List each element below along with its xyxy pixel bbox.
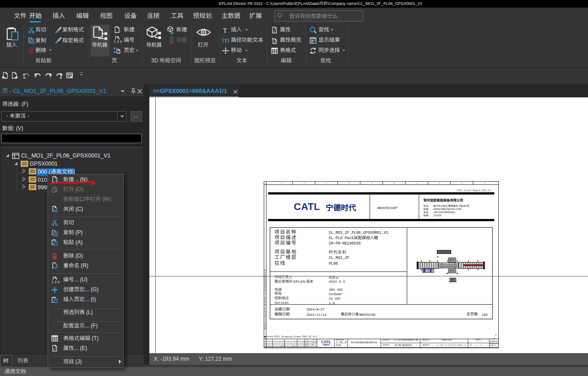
svg-text:6AAA1: 6AAA1	[475, 339, 481, 341]
svg-text::: :	[389, 344, 390, 346]
svg-text:(L): (L)	[85, 309, 93, 315]
svg-text:==GPSX0001=000&AAA1/1: ==GPSX0001=000&AAA1/1	[153, 87, 227, 94]
svg-text:(J): (J)	[74, 359, 82, 365]
svg-text:CATL: CATL	[294, 201, 320, 212]
svg-text:+: +	[396, 205, 398, 210]
svg-text:CL_MO1_2F_PL06_GPSX0001_V1: CL_MO1_2F_PL06_GPSX0001_V1	[437, 344, 466, 346]
svg-text:Version: Version	[274, 301, 289, 305]
svg-text:... (G): ... (G)	[85, 286, 99, 293]
svg-text:MENTECHS: MENTECHS	[359, 313, 376, 317]
svg-text:CL_MO1_2F: CL_MO1_2F	[329, 256, 349, 260]
svg-text:213100: 213100	[433, 214, 441, 217]
svg-text:1 2 3: 1 2 3	[114, 39, 122, 44]
svg-text:CATL_Cover Page1_P26_V1: CATL_Cover Page1_P26_V1	[457, 189, 491, 192]
svg-text:...: ...	[134, 113, 138, 119]
svg-text:-: -	[312, 346, 313, 348]
svg-text:-: -	[26, 113, 29, 119]
svg-text:1 / 12: 1 / 12	[475, 344, 483, 346]
svg-text:===k/CATL_Drawing_Frame_PN1_V2: ===k/CATL_Drawing_Frame_PN1_V2.fnl	[267, 335, 317, 338]
svg-text:195: 195	[482, 313, 488, 317]
svg-text:(P): (P)	[74, 229, 83, 236]
svg-text:5x35mm²: 5x35mm²	[329, 293, 343, 296]
svg-text:2024/11/12: 2024/11/12	[306, 313, 327, 317]
svg-text:GPSX0001: GPSX0001	[30, 161, 58, 167]
svg-text:2024/5/9: 2024/5/9	[312, 339, 318, 341]
svg-text:... (I): ... (I)	[85, 296, 96, 302]
svg-text:\Company name\CL_MO1_2F_PL06_G: \Company name\CL_MO1_2F_PL06_GPSX0001_V1	[327, 1, 422, 6]
svg-text:CL_MO1_2F_PL06_GPSX0001_V1: CL_MO1_2F_PL06_GPSX0001_V1	[329, 231, 388, 235]
svg-text:CL-PL6 Pack: CL-PL6 Pack	[393, 339, 406, 341]
svg-text:GB: GB	[312, 344, 314, 345]
svg-text::: :	[429, 344, 430, 346]
svg-text:Poersch: Poersch	[312, 341, 318, 343]
svg-text:... (U): ... (U)	[74, 276, 87, 283]
svg-text:1:1: 1:1	[494, 345, 497, 346]
svg-text:(A): (A)	[74, 239, 83, 245]
svg-text:CM-PR-NE240256: CM-PR-NE240256	[329, 241, 361, 246]
svg-text:EPLAN: EPLAN	[292, 280, 306, 284]
svg-text:CM-PR-NE240256: CM-PR-NE240256	[395, 344, 412, 346]
svg-text:: (V): : (V)	[13, 125, 23, 131]
svg-text:(R): (R)	[79, 262, 88, 269]
svg-text::: :	[429, 339, 430, 341]
svg-text:1.0: 1.0	[329, 302, 335, 305]
svg-text:+0B0: +0B0	[491, 338, 496, 340]
svg-text:T: T	[223, 27, 227, 34]
svg-text:(O): (O)	[74, 186, 83, 192]
svg-text:PL06: PL06	[336, 344, 341, 346]
svg-text::: :	[389, 339, 390, 341]
svg-text:(D): (D)	[74, 253, 83, 259]
svg-text:2: 2	[495, 334, 497, 337]
svg-text:CL_MO1_2F_PL06_GPSX0001_V1: CL_MO1_2F_PL06_GPSX0001_V1	[21, 153, 110, 159]
svg-text::: :	[428, 214, 429, 217]
svg-text:-: -	[6, 113, 9, 119]
svg-text:(W): (W)	[101, 196, 111, 202]
svg-text:397: 397	[463, 205, 467, 207]
svg-text:- CL_MO1_2F_PL06_GPSX0001_V1: - CL_MO1_2F_PL06_GPSX0001_V1	[8, 87, 106, 94]
svg-text:2024/8/27: 2024/8/27	[306, 308, 325, 311]
svg-text:... (F): ... (F)	[85, 323, 98, 329]
svg-text:Y: 127.22 mm: Y: 127.22 mm	[199, 356, 232, 362]
svg-text:3D: 3D	[151, 57, 160, 64]
svg-text:: (F): : (F)	[18, 101, 28, 107]
svg-text:24 VDC: 24 VDC	[329, 297, 341, 301]
svg-text:MENTECHS: MENTECHS	[377, 206, 396, 210]
svg-text:1 2 3: 1 2 3	[52, 280, 60, 284]
svg-text:(C): (C)	[74, 206, 83, 212]
svg-text:T: T	[224, 38, 228, 44]
svg-text:... (E): ... (E)	[74, 345, 87, 351]
svg-text:(T): (T)	[90, 335, 99, 341]
svg-text:X: -193.94 mm: X: -193.94 mm	[154, 356, 189, 362]
svg-text:380 VAC: 380 VAC	[329, 288, 343, 292]
svg-text:4: 4	[493, 341, 494, 342]
svg-text:2022.0.3: 2022.0.3	[329, 280, 345, 284]
svg-text:EPLAN Electric P8 2022 - C:\Us: EPLAN Electric P8 2022 - C:\Users\Public…	[219, 1, 319, 6]
svg-text:PL06: PL06	[329, 262, 338, 266]
svg-text:CL-PL6 Pack: CL-PL6 Pack	[329, 236, 354, 240]
